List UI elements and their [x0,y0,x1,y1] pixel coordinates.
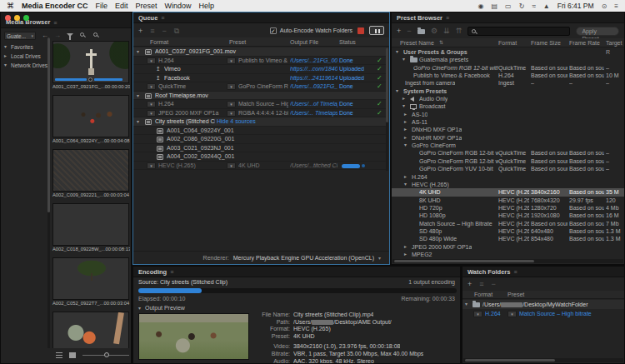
checkbox-checked-icon[interactable] [270,27,277,34]
dropbox-status-icon[interactable]: ▤ [492,2,498,10]
chevron-down-icon[interactable] [402,56,405,63]
preset-dropdown[interactable] [508,311,517,317]
tree-item-network-drives[interactable]: Network Drives [3,61,50,70]
preset-category-row[interactable]: DNxHR MXF OP1a [392,134,624,142]
queue-row[interactable]: Vimeo https://...com/184066142 Uploaded [133,65,386,74]
output-file-link[interactable]: /Users/...21FG_001_1.mp4 [290,57,338,66]
panel-menu-icon[interactable] [161,15,164,21]
clip-item[interactable]: A001_C037_0921FG_...00:00:00:20 [52,41,129,91]
preset-dropdown[interactable] [227,110,236,117]
slider-knob[interactable] [104,352,109,357]
tab-queue[interactable]: Queue [138,14,158,22]
output-preview-toggle[interactable]: Output Preview [138,305,185,311]
thumbnail-size-slider[interactable] [82,355,129,356]
apple-menu-icon[interactable]: ⌘ [7,2,14,10]
queue-row[interactable]: H.264 Match Source – High bitr... /Users… [133,100,386,109]
queue-row[interactable]: Facebook https://...24119614602283 Uploa… [133,74,386,83]
preset-row[interactable]: HD 1080pHEVC (H.265)1920x1080Based on so… [392,212,624,219]
preset-search-input[interactable] [480,27,572,35]
chevron-down-icon[interactable] [396,48,398,56]
watch-format[interactable]: H.264 [485,309,501,318]
chevron-down-icon[interactable] [465,300,468,309]
chevron-down-icon[interactable] [4,42,7,52]
output-file-link[interactable]: /Users/...titched Clip).mp4 [290,162,338,171]
chevron-down-icon[interactable] [404,181,407,188]
preset-group-row[interactable]: Guatemala presets [392,56,624,63]
chevron-down-icon[interactable] [396,87,398,95]
zoom-search-icon[interactable] [93,32,98,37]
watch-preset[interactable]: Match Source – High bitrate [519,309,622,318]
tab-watch-folders[interactable]: Watch Folders [468,268,510,276]
add-source-button[interactable] [138,26,142,36]
menu-help[interactable]: Help [199,2,215,10]
menu-preset[interactable]: Preset [136,2,158,10]
chevron-right-icon[interactable] [404,118,407,126]
clip-thumbnail-cross-monument[interactable] [52,41,129,83]
preset-group-row[interactable]: User Presets & Groups [392,48,624,56]
output-file-link[interactable]: /Users/... Timelapse_1.mxf [290,109,338,118]
preset-row[interactable]: SD 480pHEVC (H.265)640x480Based on sourc… [392,227,624,235]
column-format[interactable]: Format [150,37,168,47]
import-preset-button[interactable]: ⇊ [443,26,450,36]
eject-status-icon[interactable]: ▲ [543,2,550,10]
preset-category-row[interactable]: AS-10 [392,111,624,118]
search-icon[interactable] [80,32,84,37]
clip-thumbnail-forest[interactable] [52,203,129,246]
menu-clock[interactable]: Fri 6:41 PM [558,2,594,10]
close-window-button[interactable] [5,15,11,21]
format-dropdown[interactable] [147,110,156,117]
add-watch-folder-button[interactable] [468,279,472,289]
notification-center-icon[interactable]: ≡ [614,2,618,10]
chevron-down-icon[interactable] [137,117,139,127]
menu-edit[interactable]: Edit [115,2,128,10]
output-preset[interactable]: GoPro CineForm RGB 12... [238,82,288,92]
output-preset[interactable]: RGBA 4:4:4:4 12-bit (BC... [238,109,288,118]
clip-item[interactable]: A002_C009_092221_...00:00:03:04 [52,149,129,199]
zoom-window-button[interactable] [23,15,29,21]
spotlight-search-icon[interactable]: ⊙ [602,2,608,10]
chevron-down-icon[interactable] [4,61,7,70]
clip-thumbnail-soccer[interactable] [52,95,129,137]
chevron-right-icon[interactable] [404,134,407,142]
queue-row[interactable]: A004_C002_09244Q_001 [133,152,386,162]
chevron-down-icon[interactable] [137,47,139,57]
upload-url-link[interactable]: https://...24119614602283 [290,74,338,83]
menu-window[interactable]: Window [165,2,192,10]
preset-row[interactable]: GoPro CineForm RGB 12-bit with alpha (Al… [392,64,624,72]
duplicate-button[interactable]: ⧉ [174,26,179,36]
preset-category-row[interactable]: H.264 [392,173,624,181]
format-dropdown[interactable] [147,101,156,107]
stop-queue-button[interactable] [358,27,364,34]
format-dropdown[interactable] [473,311,482,317]
preset-row[interactable]: Publish to Vimeo & FacebookH.264Based on… [392,72,624,79]
column-preset[interactable]: Preset [229,37,246,47]
preset-settings-button[interactable]: ⚙ [431,26,438,36]
preset-category-row[interactable]: JPEG 2000 MXF OP1a [392,243,624,251]
preset-dropdown[interactable] [227,101,236,107]
sync-status-icon[interactable]: ↻ [519,2,525,10]
chevron-right-icon[interactable] [404,173,407,181]
camera-status-icon[interactable]: ◉ [478,2,484,10]
preset-category-row[interactable]: AS-11 [392,118,624,126]
preset-group-row[interactable]: System Presets [392,87,624,95]
queue-row[interactable]: A001_C064_09224Y_001 [133,127,386,136]
tree-item-local-drives[interactable]: Local Drives [3,52,50,61]
column-preset[interactable]: Preset [508,291,524,299]
column-format[interactable]: Format [474,291,492,299]
format-dropdown[interactable] [147,57,156,64]
preset-row[interactable]: 8K UHDHEVC (H.265)7680x432029.97 fps120 [392,197,624,204]
preset-category-row[interactable]: HEVC (H.265) [392,181,624,188]
remove-watch-folder-button[interactable] [492,279,496,289]
preset-row[interactable]: HD 720pHEVC (H.265)1280x720Based on sour… [392,204,624,212]
pause-queue-button[interactable] [369,26,384,35]
minimize-window-button[interactable] [14,15,20,21]
queue-row[interactable]: A001_C037_0921FG_001.mov [133,47,386,57]
clip-scrubber[interactable] [55,78,128,81]
format-dropdown[interactable] [147,162,156,169]
queue-row[interactable]: A003_C021_0923NJ_001 [133,144,386,153]
preset-category-row[interactable]: GoPro CineForm [392,142,624,149]
output-preset[interactable]: Publish to Vimeo & Face... [238,57,288,66]
renderer-dropdown[interactable]: Mercury Playback Engine GPU Acceleration… [233,255,374,261]
location-dropdown[interactable]: Guate... ▾ [4,32,36,40]
clip-thumbnail-ball[interactable] [52,312,129,348]
